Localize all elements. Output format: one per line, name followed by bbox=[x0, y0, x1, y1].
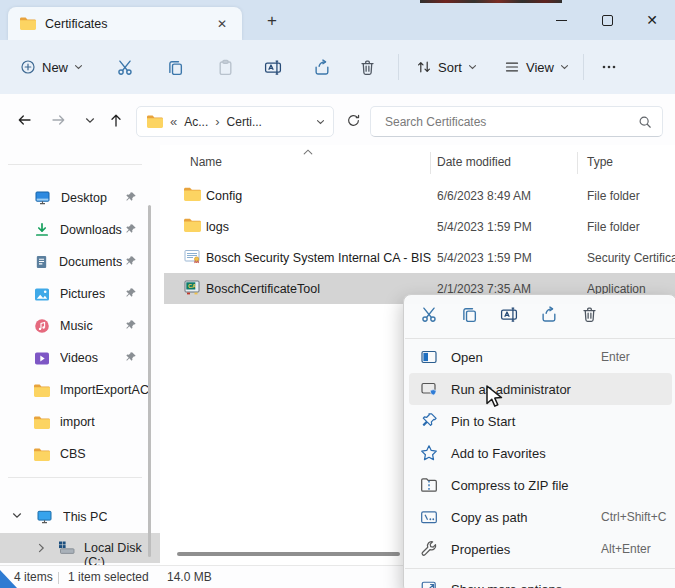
delete-button[interactable] bbox=[571, 299, 607, 329]
file-name: Config bbox=[206, 180, 242, 211]
share-button[interactable] bbox=[305, 52, 339, 82]
menu-item-properties[interactable]: Properties Alt+Enter bbox=[409, 533, 672, 565]
table-row[interactable]: logs 5/4/2023 1:59 PM File folder bbox=[164, 211, 675, 242]
sort-ascending-caret-icon bbox=[303, 149, 313, 155]
file-explorer-window: Certificates ✕ + ✕ New bbox=[0, 0, 675, 588]
menu-item-show-more-options[interactable]: Show more options bbox=[409, 573, 672, 588]
copy-button[interactable] bbox=[451, 299, 487, 329]
delete-button[interactable] bbox=[350, 52, 384, 82]
chevron-down-icon bbox=[85, 117, 95, 124]
file-date: 5/4/2023 1:59 PM bbox=[437, 211, 532, 242]
sidebar-item-pictures[interactable]: Pictures bbox=[0, 278, 160, 310]
menu-item-add-to-favorites[interactable]: Add to Favorites bbox=[409, 437, 672, 469]
local-disk-icon bbox=[58, 540, 75, 556]
menu-item-shortcut: Ctrl+Shift+C bbox=[601, 510, 666, 524]
sidebar-scrollbar[interactable] bbox=[148, 205, 151, 557]
cut-button[interactable] bbox=[411, 299, 447, 329]
column-header-name[interactable]: Name bbox=[190, 148, 222, 176]
toolbar-divider bbox=[398, 54, 399, 80]
search-box[interactable] bbox=[370, 106, 663, 137]
table-row[interactable]: Config 6/6/2023 8:49 AM File folder bbox=[164, 180, 675, 211]
copy-as-path-icon bbox=[420, 508, 438, 526]
pin-icon bbox=[124, 255, 137, 268]
file-name: BoschCertificateTool bbox=[206, 273, 320, 304]
music-icon bbox=[34, 318, 50, 334]
folder-icon bbox=[34, 416, 50, 429]
folder-icon bbox=[34, 384, 50, 397]
back-button[interactable] bbox=[8, 104, 40, 136]
share-button[interactable] bbox=[531, 299, 567, 329]
refresh-icon bbox=[346, 113, 361, 128]
menu-item-open[interactable]: Open Enter bbox=[409, 341, 672, 373]
search-icon[interactable] bbox=[638, 115, 652, 129]
forward-button[interactable] bbox=[42, 104, 74, 136]
menu-item-copy-as-path[interactable]: Copy as path Ctrl+Shift+C bbox=[409, 501, 672, 533]
menu-item-run-as-administrator[interactable]: Run as administrator bbox=[409, 373, 672, 405]
ellipsis-icon bbox=[601, 59, 617, 75]
file-name: logs bbox=[206, 211, 229, 242]
new-tab-button[interactable]: + bbox=[260, 9, 284, 33]
navigation-pane: Desktop Downloads Documents Pictures Mus… bbox=[0, 145, 160, 565]
up-button[interactable] bbox=[100, 104, 132, 136]
sort-button[interactable]: Sort bbox=[408, 52, 485, 82]
address-dropdown-chevron-icon[interactable] bbox=[316, 119, 325, 125]
downloads-icon bbox=[34, 222, 50, 238]
table-row[interactable]: Bosch Security System Internal CA - BISA… bbox=[164, 242, 675, 273]
search-input[interactable] bbox=[383, 114, 638, 130]
column-divider[interactable] bbox=[430, 152, 431, 174]
chevron-right-icon[interactable] bbox=[38, 543, 45, 553]
close-button[interactable]: ✕ bbox=[629, 0, 675, 40]
sidebar-item-local-disk-c[interactable]: Local Disk (C:) bbox=[0, 533, 160, 563]
breadcrumb-segment[interactable]: Ac... bbox=[184, 115, 208, 129]
horizontal-scrollbar[interactable] bbox=[177, 552, 400, 556]
sidebar-item-importexportac[interactable]: ImportExportAC bbox=[0, 374, 160, 406]
folder-icon bbox=[184, 218, 201, 232]
sidebar-item-cbs[interactable]: CBS bbox=[0, 438, 160, 470]
pin-icon bbox=[124, 191, 137, 204]
cut-button[interactable] bbox=[108, 52, 142, 82]
sidebar-item-import[interactable]: import bbox=[0, 406, 160, 438]
chevron-down-icon[interactable] bbox=[12, 512, 22, 519]
zip-folder-icon bbox=[420, 476, 438, 494]
chevron-down-icon bbox=[468, 64, 477, 70]
breadcrumb-overflow[interactable]: « bbox=[170, 114, 177, 129]
cut-icon bbox=[421, 306, 438, 323]
menu-item-pin-to-start[interactable]: Pin to Start bbox=[409, 405, 672, 437]
sidebar-item-downloads[interactable]: Downloads bbox=[0, 214, 160, 246]
menu-item-label: Open bbox=[451, 350, 483, 365]
see-more-button[interactable] bbox=[592, 52, 626, 82]
tab-title: Certificates bbox=[45, 17, 212, 31]
breadcrumb[interactable]: « Ac... › Certi... bbox=[136, 106, 334, 137]
folder-icon bbox=[20, 17, 36, 30]
breadcrumb-segment[interactable]: Certi... bbox=[227, 115, 262, 129]
minimize-button[interactable] bbox=[538, 0, 584, 40]
tab-certificates[interactable]: Certificates ✕ bbox=[8, 7, 242, 40]
sidebar-item-music[interactable]: Music bbox=[0, 310, 160, 342]
rename-button[interactable] bbox=[491, 299, 527, 329]
maximize-button[interactable] bbox=[584, 0, 630, 40]
menu-item-label: Compress to ZIP file bbox=[451, 478, 569, 493]
view-button[interactable]: View bbox=[496, 52, 577, 82]
new-button[interactable]: New bbox=[12, 52, 91, 82]
refresh-button[interactable] bbox=[337, 104, 369, 136]
sidebar-item-videos[interactable]: Videos bbox=[0, 342, 160, 374]
status-divider bbox=[58, 572, 59, 584]
file-date: 6/6/2023 8:49 AM bbox=[437, 180, 531, 211]
column-header-type[interactable]: Type bbox=[587, 148, 613, 176]
run-as-administrator-icon bbox=[420, 380, 438, 398]
copy-button[interactable] bbox=[158, 52, 192, 82]
menu-item-compress-to-zip[interactable]: Compress to ZIP file bbox=[409, 469, 672, 501]
paste-button[interactable] bbox=[208, 52, 242, 82]
menu-item-label: Add to Favorites bbox=[451, 446, 546, 461]
sidebar-item-desktop[interactable]: Desktop bbox=[0, 182, 160, 214]
rename-button[interactable] bbox=[256, 52, 290, 82]
documents-icon bbox=[34, 254, 49, 270]
sidebar-item-documents[interactable]: Documents bbox=[0, 246, 160, 278]
menu-item-label: Copy as path bbox=[451, 510, 528, 525]
tab-close-icon[interactable]: ✕ bbox=[212, 16, 232, 32]
sidebar-item-this-pc[interactable]: This PC bbox=[0, 501, 160, 533]
pin-icon bbox=[420, 412, 438, 430]
paste-icon bbox=[217, 59, 234, 76]
column-header-date-modified[interactable]: Date modified bbox=[437, 148, 511, 176]
column-divider[interactable] bbox=[577, 152, 578, 174]
